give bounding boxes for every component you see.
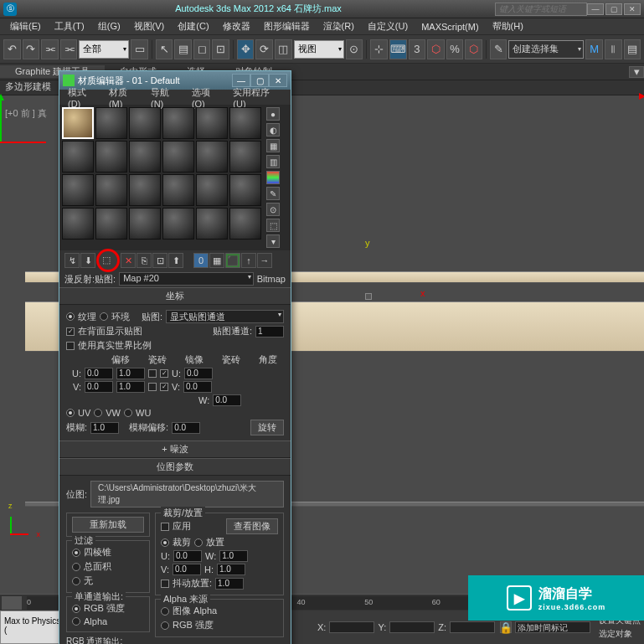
keyboard-shortcut-icon[interactable]: ⌨	[389, 39, 407, 59]
lock-icon[interactable]: 🔒	[500, 621, 512, 633]
app-logo[interactable]: ⓢ	[3, 3, 17, 16]
v-offset-spinner[interactable]: 0.0	[85, 381, 113, 393]
bitmap-params-header[interactable]: 位图参数	[59, 458, 291, 476]
u-tile-checkbox[interactable]	[160, 369, 168, 378]
map-channel-type-dropdown[interactable]: 显式贴图通道	[166, 310, 284, 323]
image-alpha-radio[interactable]	[161, 607, 169, 616]
material-slot[interactable]	[95, 141, 127, 173]
material-slot-1[interactable]	[62, 107, 94, 139]
select-object-icon[interactable]: ↖	[156, 39, 173, 59]
close-button[interactable]: ✕	[624, 3, 641, 15]
select-icon[interactable]: ▭	[131, 39, 148, 59]
material-slot[interactable]	[162, 141, 194, 173]
alpha-radio[interactable]	[72, 617, 80, 626]
ref-coord-system[interactable]: 视图	[294, 40, 344, 59]
menu-group[interactable]: 组(G)	[91, 20, 127, 33]
material-slot[interactable]	[196, 174, 228, 206]
view-image-button[interactable]: 查看图像	[226, 518, 278, 534]
texture-radio[interactable]	[66, 312, 75, 321]
u-tile-spinner[interactable]: 1.0	[116, 368, 145, 379]
get-material-icon[interactable]: ↯	[64, 253, 80, 268]
u-offset-spinner[interactable]: 0.0	[85, 368, 113, 379]
material-slot[interactable]	[229, 174, 261, 206]
select-by-material-icon[interactable]: ⬚	[266, 219, 280, 232]
v-tile-checkbox[interactable]	[160, 383, 168, 391]
manipulate-icon[interactable]: ⊹	[370, 39, 388, 59]
time-tag-input[interactable]: 添加时间标记	[515, 621, 590, 633]
real-world-checkbox[interactable]	[66, 342, 75, 350]
backlight-icon[interactable]: ◐	[266, 123, 280, 137]
maxscript-listener[interactable]: Max to Physics (	[0, 611, 67, 644]
rotate-button[interactable]: 旋转	[250, 420, 284, 435]
named-sel-edit-icon[interactable]: ✎	[490, 39, 507, 59]
viewport-label[interactable]: [+0 前 ] 真	[5, 107, 47, 120]
menu-rendering[interactable]: 渲染(R)	[317, 20, 361, 33]
uv-radio[interactable]	[66, 409, 75, 417]
v-angle-spinner[interactable]: 0.0	[183, 381, 212, 393]
scale-icon[interactable]: ◫	[275, 39, 292, 59]
menu-maxscript[interactable]: MAXScript(M)	[415, 22, 485, 32]
material-slot[interactable]	[162, 174, 194, 206]
sample-uv-icon[interactable]: ▥	[266, 155, 280, 168]
noise-header[interactable]: + 噪波	[59, 440, 291, 458]
make-unique-icon[interactable]: ⊡	[152, 253, 167, 268]
make-copy-icon[interactable]: ⎘	[137, 253, 152, 268]
move-icon[interactable]: ✥	[237, 39, 255, 59]
material-slot[interactable]	[129, 174, 161, 206]
material-slot[interactable]	[129, 141, 161, 173]
minimize-button[interactable]: —	[587, 3, 604, 15]
none-radio[interactable]	[72, 577, 80, 585]
material-slot[interactable]	[196, 107, 228, 139]
material-slot[interactable]	[196, 208, 228, 240]
percent-snap-icon[interactable]: %	[446, 39, 464, 59]
pivot-icon[interactable]: ⊙	[346, 39, 363, 59]
w-angle-spinner[interactable]: 0.0	[213, 394, 241, 406]
u-angle-spinner[interactable]: 0.0	[184, 368, 213, 379]
pyramidal-radio[interactable]	[72, 549, 80, 557]
sample-type-icon[interactable]: ●	[266, 107, 280, 121]
rotate-icon[interactable]: ⟳	[255, 39, 273, 59]
v-tile-spinner[interactable]: 1.0	[116, 381, 145, 393]
material-slot[interactable]	[95, 208, 127, 240]
crop-w-spinner[interactable]: 1.0	[219, 550, 248, 562]
layers-icon[interactable]: ▤	[624, 39, 641, 59]
window-crossing-icon[interactable]: ⊡	[212, 39, 229, 59]
u-mirror-checkbox[interactable]	[148, 369, 157, 378]
options-icon[interactable]: ⊙	[266, 203, 280, 216]
bitmap-path-button[interactable]: C:\Users\Administrator\Desktop\zhuzi\米大理…	[90, 481, 284, 507]
material-slot[interactable]	[229, 107, 261, 139]
unlink-icon[interactable]: ⫘	[60, 39, 78, 59]
background-icon[interactable]: ▦	[266, 139, 280, 152]
angle-snap-icon[interactable]: ⬡	[427, 39, 445, 59]
put-to-library-icon[interactable]: ⬆	[168, 253, 183, 268]
menu-graph-editors[interactable]: 图形编辑器	[257, 20, 317, 33]
menu-create[interactable]: 创建(C)	[171, 20, 215, 33]
show-on-back-checkbox[interactable]	[66, 327, 75, 336]
vw-radio[interactable]	[94, 409, 102, 417]
put-to-scene-icon[interactable]: ⬇	[80, 253, 95, 268]
snap-toggle-num[interactable]: 3	[409, 39, 426, 59]
video-color-icon[interactable]	[266, 171, 280, 184]
material-map-nav-icon[interactable]: ▾	[266, 234, 280, 248]
coord-z-input[interactable]	[450, 621, 495, 633]
material-slot[interactable]	[62, 141, 94, 173]
map-name-dropdown[interactable]: Map #20	[119, 272, 254, 286]
place-radio[interactable]	[194, 538, 203, 547]
material-slot[interactable]	[129, 208, 161, 240]
coordinates-header[interactable]: 坐标	[59, 287, 291, 305]
rgb-intensity2-radio[interactable]	[161, 621, 169, 630]
ribbon-minimize-icon[interactable]: ▾	[629, 66, 644, 78]
material-slot[interactable]	[129, 107, 161, 139]
material-slot[interactable]	[162, 208, 194, 240]
material-slot[interactable]	[62, 174, 94, 206]
align-icon[interactable]: ⫴	[605, 39, 622, 59]
v-mirror-checkbox[interactable]	[148, 383, 157, 391]
blur-spinner[interactable]: 1.0	[90, 422, 119, 434]
material-slot[interactable]	[62, 208, 94, 240]
material-slot[interactable]	[196, 141, 228, 173]
coord-y-input[interactable]	[389, 621, 435, 633]
menu-views[interactable]: 视图(V)	[127, 20, 172, 33]
spinner-snap-icon[interactable]: ⬡	[465, 39, 482, 59]
coord-x-input[interactable]	[329, 621, 374, 633]
jitter-checkbox[interactable]	[161, 580, 169, 588]
